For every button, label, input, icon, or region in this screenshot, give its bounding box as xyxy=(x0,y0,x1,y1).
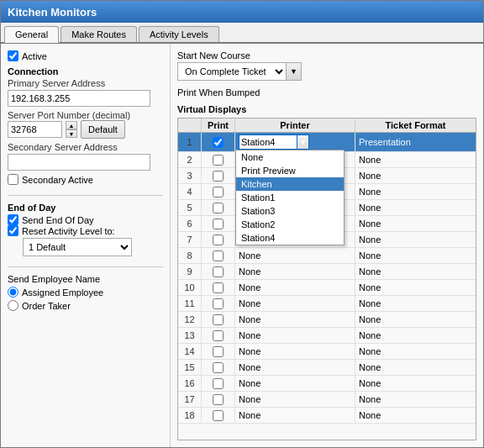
cell-ticket-format: None xyxy=(355,360,476,375)
cell-print[interactable] xyxy=(202,152,235,167)
table-row[interactable]: 15NoneNone xyxy=(178,360,476,376)
dropdown-item-none[interactable]: None xyxy=(236,150,344,164)
print-checkbox[interactable] xyxy=(213,187,224,198)
print-checkbox[interactable] xyxy=(213,266,224,277)
print-checkbox[interactable] xyxy=(213,137,224,148)
tab-general[interactable]: General xyxy=(4,26,59,43)
assigned-employee-label: Assigned Employee xyxy=(22,287,103,298)
cell-ticket-format: None xyxy=(355,248,476,263)
print-checkbox[interactable] xyxy=(213,235,224,245)
print-checkbox[interactable] xyxy=(213,250,224,261)
cell-printer: None xyxy=(235,376,355,391)
cell-ticket-format: Presentation xyxy=(355,133,476,151)
secondary-active-checkbox[interactable] xyxy=(8,174,18,185)
print-checkbox[interactable] xyxy=(213,219,224,229)
col-ticket-format: Ticket Format xyxy=(355,119,476,132)
active-label: Active xyxy=(22,51,47,61)
order-taker-row: Order Taker xyxy=(8,300,163,311)
cell-print[interactable] xyxy=(202,344,235,359)
cell-print[interactable] xyxy=(202,216,235,231)
dropdown-item-kitchen[interactable]: Kitchen xyxy=(236,177,344,191)
print-checkbox[interactable] xyxy=(213,155,224,166)
cell-print[interactable] xyxy=(202,392,235,407)
activity-level-select[interactable]: 1 Default xyxy=(23,238,132,256)
printer-dropdown-btn[interactable]: ▼ xyxy=(297,134,309,150)
tab-activity-levels[interactable]: Activity Levels xyxy=(139,26,219,42)
start-dropdown-arrow[interactable]: ▼ xyxy=(287,62,302,81)
employee-name-section: Send Employee Name Assigned Employee Ord… xyxy=(8,274,163,311)
print-checkbox[interactable] xyxy=(213,282,224,293)
tab-make-routes[interactable]: Make Routes xyxy=(60,26,137,42)
send-end-of-day-label: Send End Of Day xyxy=(22,215,94,225)
print-checkbox[interactable] xyxy=(213,362,224,373)
cell-print[interactable] xyxy=(202,232,235,247)
default-button[interactable]: Default xyxy=(81,120,125,139)
table-row[interactable]: 16NoneNone xyxy=(178,376,476,392)
col-print: Print xyxy=(202,119,235,132)
cell-print[interactable] xyxy=(202,312,235,327)
print-checkbox[interactable] xyxy=(213,314,224,325)
table-row[interactable]: 9NoneNone xyxy=(178,264,476,280)
print-checkbox[interactable] xyxy=(213,378,224,389)
cell-print[interactable] xyxy=(202,248,235,263)
cell-print[interactable] xyxy=(202,168,235,183)
cell-ticket-format: None xyxy=(355,376,476,391)
cell-ticket-format: None xyxy=(355,200,476,215)
primary-server-input[interactable] xyxy=(8,90,150,107)
print-checkbox[interactable] xyxy=(213,330,224,341)
cell-print[interactable] xyxy=(202,296,235,311)
dropdown-item-station2[interactable]: Station2 xyxy=(236,218,344,231)
cell-print[interactable] xyxy=(202,264,235,279)
printer-input[interactable] xyxy=(239,134,297,150)
start-dropdown-row: On Complete Ticket ▼ xyxy=(177,62,476,81)
order-taker-radio[interactable] xyxy=(8,300,18,311)
cell-print[interactable] xyxy=(202,280,235,295)
dropdown-item-station3[interactable]: Station3 xyxy=(236,204,344,218)
cell-printer: None xyxy=(235,296,355,311)
cell-ticket-format: None xyxy=(355,264,476,279)
primary-server-group: Primary Server Address xyxy=(8,78,163,107)
virtual-displays-label: Virtual Displays xyxy=(177,104,476,114)
cell-ticket-format: None xyxy=(355,216,476,231)
reset-activity-checkbox[interactable] xyxy=(8,225,18,236)
dropdown-item-station1[interactable]: Station1 xyxy=(236,191,344,204)
port-down-arrow[interactable]: ▼ xyxy=(66,129,76,137)
table-row[interactable]: 11NoneNone xyxy=(178,296,476,312)
main-window: Kitchen Monitors General Make Routes Act… xyxy=(0,0,484,448)
table-row[interactable]: 8NoneNone xyxy=(178,248,476,264)
assigned-employee-radio[interactable] xyxy=(8,287,18,298)
active-checkbox[interactable] xyxy=(8,50,18,61)
port-up-arrow[interactable]: ▲ xyxy=(66,122,76,129)
dropdown-item-print-preview[interactable]: Print Preview xyxy=(236,164,344,177)
cell-print[interactable] xyxy=(202,328,235,343)
table-row[interactable]: 14NoneNone xyxy=(178,344,476,360)
cell-print[interactable] xyxy=(202,200,235,215)
secondary-server-input[interactable] xyxy=(8,154,150,171)
table-row[interactable]: 10NoneNone xyxy=(178,280,476,296)
cell-print[interactable] xyxy=(202,360,235,375)
print-checkbox[interactable] xyxy=(213,171,224,182)
table-row[interactable]: 18NoneNone xyxy=(178,408,476,424)
print-checkbox[interactable] xyxy=(213,298,224,309)
print-checkbox[interactable] xyxy=(213,203,224,213)
table-row[interactable]: 13NoneNone xyxy=(178,328,476,344)
cell-print[interactable] xyxy=(202,376,235,391)
cell-print[interactable] xyxy=(202,133,235,151)
cell-num: 12 xyxy=(178,312,202,327)
table-row[interactable]: 17NoneNone xyxy=(178,392,476,408)
virtual-displays-table: Print Printer Ticket Format 1▼Presentati… xyxy=(177,118,476,440)
connection-section: Connection Primary Server Address Server… xyxy=(8,66,163,185)
print-checkbox[interactable] xyxy=(213,346,224,357)
print-checkbox[interactable] xyxy=(213,410,224,421)
cell-ticket-format: None xyxy=(355,344,476,359)
send-end-of-day-checkbox[interactable] xyxy=(8,214,18,225)
dropdown-item-station4[interactable]: Station4 xyxy=(236,231,344,245)
cell-num: 9 xyxy=(178,264,202,279)
server-port-input[interactable] xyxy=(8,121,62,138)
cell-print[interactable] xyxy=(202,184,235,199)
table-header: Print Printer Ticket Format xyxy=(178,119,476,133)
cell-print[interactable] xyxy=(202,408,235,423)
print-checkbox[interactable] xyxy=(213,394,224,405)
table-row[interactable]: 12NoneNone xyxy=(178,312,476,328)
start-course-select[interactable]: On Complete Ticket xyxy=(177,62,287,81)
